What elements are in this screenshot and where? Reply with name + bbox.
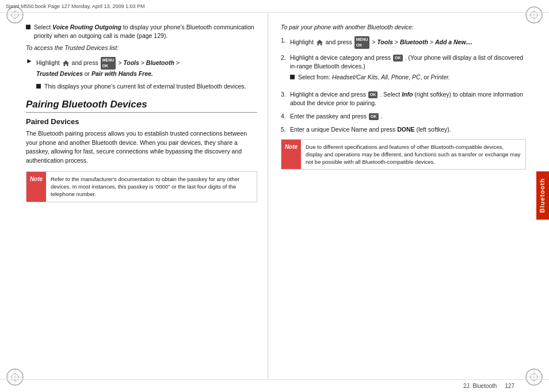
note-label-left: Note xyxy=(26,172,46,202)
bluetooth-side-tab: Bluetooth xyxy=(536,171,549,220)
step-4-num: 4. xyxy=(281,112,290,121)
svg-marker-16 xyxy=(63,60,69,66)
bullet-item-1: Select Voice Routing Outgoing to display… xyxy=(26,23,257,40)
right-column: To pair your phone with another Bluetoot… xyxy=(268,13,536,379)
step-5-content: Enter a unique Device Name and press DON… xyxy=(290,125,526,134)
step-2-content: Highlight a device category and press OK… xyxy=(290,53,526,86)
arrow-text-mid: and press xyxy=(72,59,100,66)
step-2-sub-sq xyxy=(290,75,295,79)
step-4-text: Enter the passkey and press xyxy=(290,113,368,120)
home-icon xyxy=(62,60,70,67)
footer-page: 127 xyxy=(505,383,514,389)
step-2-btn: OK xyxy=(393,55,403,62)
step-5-text: Enter a unique Device Name and press DON… xyxy=(290,126,451,133)
step-1-num: 1. xyxy=(281,36,290,49)
step-1-text-mid: and press xyxy=(326,39,354,45)
step-1-text-end: > Tools > Bluetooth > Add a New.... xyxy=(372,39,472,45)
step-3-num: 3. xyxy=(281,90,290,107)
step-4-content: Enter the passkey and press OK . xyxy=(290,112,526,121)
step-1-highlight: Highlight xyxy=(290,39,315,45)
sub-bullet-sq xyxy=(36,84,41,89)
step-1: 1. Highlight and press MENUOK > Tools > … xyxy=(281,36,526,49)
step-4: 4. Enter the passkey and press OK . xyxy=(281,112,526,121)
step-3-text: Highlight a device and press xyxy=(290,91,368,98)
arrow-item-text: Highlight and press MENUOK > Tools > Blu… xyxy=(36,57,180,79)
arrow-symbol: ► xyxy=(26,56,33,66)
bullet-square-1 xyxy=(26,25,30,29)
step-5: 5. Enter a unique Device Name and press … xyxy=(281,125,526,134)
note-box-left: Note Refer to the manufacturer's documen… xyxy=(26,171,257,202)
step-2-sub-bullet: Select from: Headset/Car Kits, All, Phon… xyxy=(290,73,526,82)
footer-section: 2J. Bluetooth xyxy=(463,383,497,389)
note-box-right: Note Due to different specifications and… xyxy=(281,139,526,170)
step-1-content: Highlight and press MENUOK > Tools > Blu… xyxy=(290,36,526,49)
step-3-btn: OK xyxy=(368,91,378,98)
step-3-content: Highlight a device and press OK . Select… xyxy=(290,90,526,107)
arrow-text-or: or xyxy=(83,70,92,77)
step-4-btn: OK xyxy=(369,113,379,120)
step-2-sub-text: Select from: Headset/Car Kits, All, Phon… xyxy=(298,73,450,82)
note-label-right: Note xyxy=(281,140,301,170)
svg-marker-17 xyxy=(317,40,323,45)
header-bar: Sprint M550.book Page 127 Monday, April … xyxy=(0,0,549,13)
home-icon-step1 xyxy=(316,39,323,46)
step-1-btn: MENUOK xyxy=(354,36,370,49)
section-title-pairing: Pairing Bluetooth Devices xyxy=(26,99,257,113)
left-column: Select Voice Routing Outgoing to display… xyxy=(0,13,268,379)
side-tab-label: Bluetooth xyxy=(539,178,546,213)
pair-phone-heading: To pair your phone with another Bluetoot… xyxy=(281,23,526,32)
menu-ok-btn: MENUOK xyxy=(101,57,116,70)
step-3: 3. Highlight a device and press OK . Sel… xyxy=(281,90,526,107)
step-4-text2: . xyxy=(380,113,382,120)
content-area: Select Voice Routing Outgoing to display… xyxy=(0,13,536,379)
step-2-text: Highlight a device category and press xyxy=(290,54,392,61)
subsection-title-paired: Paired Devices xyxy=(26,117,257,126)
step-5-num: 5. xyxy=(281,125,290,134)
paired-devices-body: The Bluetooth pairing process allows you… xyxy=(26,129,257,166)
steps-list: 1. Highlight and press MENUOK > Tools > … xyxy=(281,36,526,134)
bullet-text-1: Select Voice Routing Outgoing to display… xyxy=(34,23,257,40)
sub-bullet-item: This displays your phone's current list … xyxy=(36,82,257,91)
note-content-right: Due to different specifications and feat… xyxy=(301,140,525,170)
sub-bullet-text: This displays your phone's current list … xyxy=(44,82,246,91)
header-text: Sprint M550.book Page 127 Monday, April … xyxy=(6,3,145,9)
footer-bar: 2J. Bluetooth 127 xyxy=(0,379,549,392)
arrow-text-path: > Tools > Bluetooth > xyxy=(118,59,180,66)
trusted-devices-heading: To access the Trusted Devices list: xyxy=(26,44,257,52)
arrow-item: ► Highlight and press MENUOK > Tools > B… xyxy=(26,57,257,79)
note-content-left: Refer to the manufacturer's documentatio… xyxy=(46,172,257,202)
step-2: 2. Highlight a device category and press… xyxy=(281,53,526,86)
highlight-label-left: Highlight xyxy=(36,59,62,66)
step-2-num: 2. xyxy=(281,53,290,86)
